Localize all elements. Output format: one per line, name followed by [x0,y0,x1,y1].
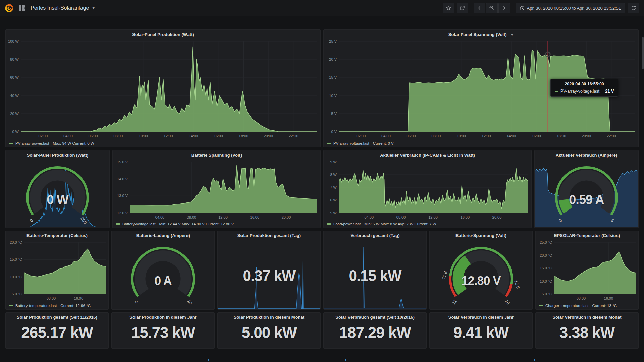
refresh-button[interactable] [628,3,639,13]
graph-pv-power[interactable]: 0 W20 W40 W60 W80 W100 W02:0004:0006:000… [6,39,320,147]
svg-text:7 W: 7 W [330,185,337,189]
svg-text:08:00: 08:00 [187,215,196,219]
time-shift-forward-button[interactable] [498,3,510,13]
panel-title[interactable]: Aktueller Verbrauch (IP-CAMs & Licht in … [324,150,531,159]
gauge-value: 0 A [112,274,214,288]
panel-aktueller-verbrauch-watt: Aktueller Verbrauch (IP-CAMs & Licht in … [323,150,532,228]
tooltip-series-name: PV-array-voltage.last: [560,89,601,94]
legend-stats: Current: 12.96 °C [60,304,91,308]
svg-text:20:00: 20:00 [282,215,291,219]
panel-gauge-aktueller-verbrauch-ampere: Aktueller Verbrauch (Ampere) 05 0.59 A [534,150,639,228]
svg-text:10.0 °C: 10.0 °C [10,275,22,279]
panel-title[interactable]: Verbrauch gesamt (Tag) [324,231,426,240]
panel-title[interactable]: Solar Produktion in diesem Jahr [112,313,214,321]
svg-text:16:00: 16:00 [250,215,260,219]
panel-solar-verbrauch-jahr: Solar Verbrauch in diesem Jahr 9.41 kW [429,312,533,349]
next-row-sparkline-peek [534,359,535,361]
dashboard-title-dropdown[interactable]: Perles Insel-Solaranlage ▼ [31,5,95,11]
time-shift-back-button[interactable] [474,3,485,13]
panel-title[interactable]: Solar-Panel Produktion (Watt) [6,150,109,159]
svg-text:08:00: 08:00 [114,134,123,138]
panel-solar-verbrauch-monat: Solar Verbrauch in diesem Monat 3.38 kW [535,312,639,349]
panel-title[interactable]: Solar Verbrauch in diesem Jahr [430,313,532,321]
legend-series-name[interactable]: PV-array-power.last [15,141,49,145]
stat-value: 9.41 kW [430,323,532,342]
svg-text:13.0 V: 13.0 V [117,194,128,198]
graph-battery-temperature[interactable]: 5.0 °C10.0 °C15.0 °C20.0 °C08:0016:00 [6,240,108,309]
svg-text:100 W: 100 W [8,39,19,43]
svg-text:15.0 V: 15.0 V [117,160,128,164]
panel-title[interactable]: EPSOLAR-Temperatur (Celsius) [536,231,638,240]
panel-title[interactable]: Solar Verbrauch in diesem Monat [536,313,638,321]
svg-text:14.0 V: 14.0 V [117,177,128,181]
graph-battery-voltage[interactable]: 12.0 V13.0 V14.0 V15.0 V04:0008:0012:001… [113,159,320,228]
panel-solar-produktion-jahr: Solar Produktion in diesem Jahr 15.73 kW [111,312,215,349]
svg-text:20:00: 20:00 [492,215,502,219]
panel-title[interactable]: Solar Panel Spannung (Volt) ▼ [324,30,638,39]
panel-title[interactable]: Solar Produktion gesamt (Seit 11/2016) [6,313,108,321]
panel-title[interactable]: Aktueller Verbrauch (Ampere) [535,150,638,159]
panel-solar-verbrauch-gesamt: Solar Verbrauch gesamt (Seit 10/2016) 18… [323,312,427,349]
scrollbar-thumb[interactable] [642,37,644,69]
svg-text:08:00: 08:00 [432,134,441,138]
share-button[interactable] [457,3,468,13]
legend-series-name[interactable]: Charger-temperature.last [545,304,588,308]
panel-title[interactable]: Solar Produktion gesamt (Tag) [218,231,320,240]
stat-value: 0.15 kW [324,267,426,284]
graph-charger-temperature[interactable]: 5.0 °C10.0 °C15.0 °C20.0 °C25.0 °C08:001… [536,240,638,309]
svg-text:16:00: 16:00 [461,215,470,219]
share-icon [460,5,465,11]
legend: PV-array-voltage.last Current: 0 V [327,141,394,145]
legend-stats: Current: 0 V [373,141,394,145]
panel-gauge-solar-produktion: Solar-Panel Produktion (Watt) 0200 0 W [5,150,110,228]
time-range-label: Apr. 30, 2020 00:15:00 to Apr. 30, 2020 … [527,6,621,11]
legend: PV-array-power.last Max: 94 W Current: 0… [9,141,94,145]
svg-text:15.0 °C: 15.0 °C [540,266,552,270]
svg-text:04:00: 04:00 [381,134,391,138]
stat-value: 0.37 kW [218,267,320,284]
svg-text:04:00: 04:00 [365,215,374,219]
refresh-icon [631,5,636,11]
tooltip-series-dash [555,91,558,92]
panel-title[interactable]: Batterie Spannung (Volt) [113,150,320,159]
dashboards-grid-icon[interactable] [18,5,25,11]
legend-color-dash [327,143,331,144]
tooltip-timestamp: 2020-04-30 16:55:00 [555,82,614,86]
svg-text:08:00: 08:00 [577,296,586,300]
panel-verbrauch-tag: Verbrauch gesamt (Tag) 0.15 kW [323,231,427,310]
svg-text:12.0 V: 12.0 V [117,211,128,215]
legend-series-name[interactable]: Load-power.last [333,222,361,226]
legend-color-dash [9,143,13,144]
svg-text:08:00: 08:00 [47,296,56,300]
panel-title[interactable]: Solar Verbrauch gesamt (Seit 10/2016) [324,313,426,321]
svg-text:18:00: 18:00 [239,134,248,138]
svg-text:0 V: 0 V [331,130,337,134]
time-range-picker[interactable]: Apr. 30, 2020 00:15:00 to Apr. 30, 2020 … [516,3,625,13]
grafana-logo-icon[interactable] [5,4,14,13]
gauge-value: 12.80 V [430,274,532,288]
svg-text:0 W: 0 W [12,130,19,134]
svg-text:20:00: 20:00 [582,134,591,138]
svg-text:8 W: 8 W [330,173,337,177]
panel-title[interactable]: Batterie-Ladung (Ampere) [112,231,214,240]
chevron-left-icon [477,6,482,10]
panel-title[interactable]: Solar-Panel Produktion (Watt) [6,30,320,39]
svg-text:20.0 °C: 20.0 °C [540,253,552,257]
legend-series-name[interactable]: PV-array-voltage.last [333,141,369,145]
panel-title-text: Solar Panel Spannung (Volt) [448,32,507,37]
panel-title[interactable]: Batterie-Spannung (Volt) [430,231,532,240]
panel-solar-panel-produktion-watt: Solar-Panel Produktion (Watt) 0 W20 W40 … [5,29,321,147]
graph-load-power[interactable]: 5 W6 W7 W8 W9 W04:0008:0012:0016:0020:00 [324,159,531,228]
panel-title[interactable]: Solar Produktion in diesem Monat [218,313,320,321]
panel-title[interactable]: Batterie-Temperatur (Celsius) [6,231,108,240]
legend-series-name[interactable]: Battery-temperature.last [15,304,57,308]
panel-epsolar-temperatur: EPSOLAR-Temperatur (Celsius) 5.0 °C10.0 … [535,231,639,310]
top-nav-bar: Perles Insel-Solaranlage ▼ [0,0,644,16]
star-button[interactable] [443,3,454,13]
svg-text:25 V: 25 V [329,39,337,43]
panel-menu-caret-icon[interactable]: ▼ [510,33,514,37]
svg-text:18:00: 18:00 [557,134,566,138]
zoom-out-button[interactable] [486,3,498,13]
legend-series-name[interactable]: Battery-voltage.last [122,222,155,226]
svg-text:20 W: 20 W [10,112,19,116]
